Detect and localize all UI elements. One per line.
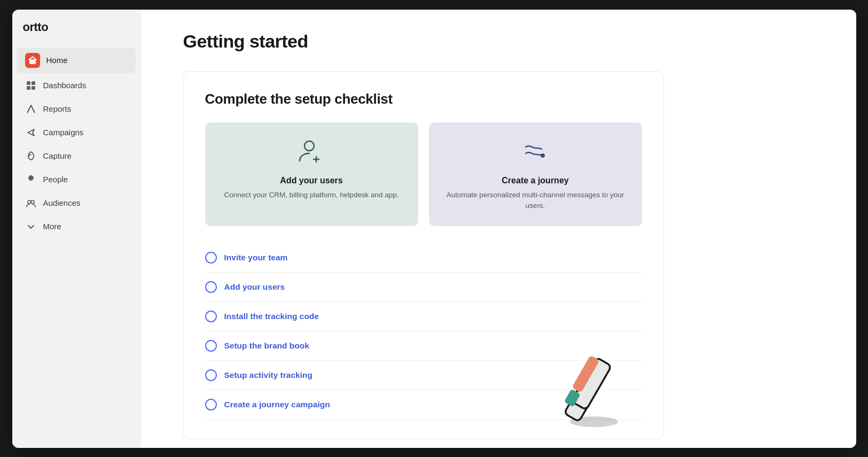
checklist-items: Invite your team Add your users Install … — [205, 243, 642, 420]
cards-row: Add your users Connect your CRM, billing… — [205, 122, 642, 227]
main-content: Getting started Complete the setup check… — [140, 10, 856, 448]
checklist-item-invite-team[interactable]: Invite your team — [205, 243, 642, 273]
sidebar: ortto Home Dashboards — [12, 10, 140, 448]
journey-campaign-checkbox[interactable] — [205, 399, 217, 410]
add-users-card-desc: Connect your CRM, billing platform, help… — [224, 190, 398, 200]
checklist-title: Complete the setup checklist — [205, 91, 642, 107]
home-icon — [25, 53, 40, 68]
add-users-checkbox[interactable] — [205, 281, 217, 293]
sidebar-item-campaigns[interactable]: Campaigns — [17, 121, 136, 144]
brand-book-checkbox[interactable] — [205, 340, 217, 352]
sidebar-item-audiences-label: Audiences — [43, 198, 81, 207]
svg-rect-1 — [27, 81, 30, 85]
sidebar-item-capture[interactable]: Capture — [17, 145, 136, 167]
sidebar-item-home-label: Home — [46, 56, 68, 65]
sidebar-item-more-label: More — [43, 222, 61, 231]
app-window: ortto Home Dashboards — [12, 10, 856, 448]
sidebar-item-home[interactable]: Home — [17, 48, 136, 73]
sidebar-item-people[interactable]: People — [17, 168, 136, 191]
svg-point-8 — [31, 200, 34, 204]
sidebar-item-reports-label: Reports — [43, 104, 72, 113]
checklist-item-brand-book[interactable]: Setup the brand book — [205, 331, 642, 361]
create-journey-card-desc: Automate personalized multi-channel mess… — [442, 190, 629, 212]
reports-icon — [25, 103, 37, 115]
brand-book-label: Setup the brand book — [224, 341, 309, 351]
checklist-section: Complete the setup checklist Add your us… — [183, 71, 664, 440]
create-journey-icon — [521, 137, 549, 167]
svg-point-7 — [28, 200, 31, 204]
sidebar-item-dashboards-label: Dashboards — [43, 81, 87, 90]
sidebar-item-dashboards[interactable]: Dashboards — [17, 74, 136, 97]
activity-tracking-checkbox[interactable] — [205, 369, 217, 381]
invite-team-label: Invite your team — [224, 253, 288, 262]
sidebar-item-reports[interactable]: Reports — [17, 98, 136, 120]
create-journey-card-label: Create a journey — [502, 176, 568, 185]
campaigns-icon — [25, 127, 37, 138]
invite-team-checkbox[interactable] — [205, 252, 217, 264]
svg-rect-3 — [27, 86, 30, 90]
tracking-code-label: Install the tracking code — [224, 312, 319, 321]
sidebar-item-campaigns-label: Campaigns — [43, 128, 84, 137]
add-users-icon — [298, 137, 325, 167]
sidebar-item-more[interactable]: More — [17, 215, 136, 238]
checklist-item-journey-campaign[interactable]: Create a journey campaign — [205, 390, 642, 420]
checklist-item-tracking-code[interactable]: Install the tracking code — [205, 302, 642, 331]
create-journey-card[interactable]: Create a journey Automate personalized m… — [429, 122, 642, 227]
checklist-item-activity-tracking[interactable]: Setup activity tracking — [205, 361, 642, 390]
sidebar-item-capture-label: Capture — [43, 151, 72, 160]
journey-campaign-label: Create a journey campaign — [224, 400, 330, 409]
dashboards-icon — [25, 80, 37, 91]
tracking-code-checkbox[interactable] — [205, 311, 217, 322]
svg-rect-0 — [29, 59, 36, 64]
svg-point-10 — [541, 153, 545, 158]
checklist-item-add-users[interactable]: Add your users — [205, 273, 642, 302]
add-users-card-label: Add your users — [280, 176, 342, 185]
activity-tracking-label: Setup activity tracking — [224, 370, 312, 380]
svg-point-6 — [29, 176, 33, 180]
add-users-card[interactable]: Add your users Connect your CRM, billing… — [205, 122, 418, 227]
audiences-icon — [25, 197, 37, 209]
svg-rect-4 — [32, 86, 35, 90]
sidebar-item-people-label: People — [43, 175, 68, 184]
svg-point-9 — [304, 141, 314, 151]
sidebar-item-audiences[interactable]: Audiences — [17, 192, 136, 214]
add-users-label: Add your users — [224, 282, 285, 292]
page-title: Getting started — [183, 31, 814, 52]
svg-rect-2 — [32, 81, 35, 85]
more-icon — [25, 221, 37, 233]
app-logo: ortto — [12, 20, 140, 47]
people-icon — [25, 174, 37, 185]
capture-icon — [25, 150, 37, 162]
